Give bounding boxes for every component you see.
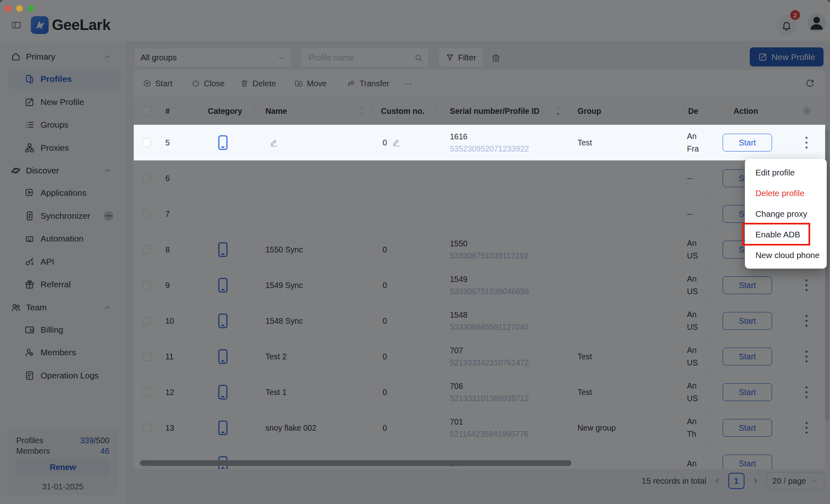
cloud-phone-icon <box>218 135 228 150</box>
menu-item-label: Change proxy <box>755 209 807 219</box>
device-info: AnFra <box>687 130 706 155</box>
edit-name-icon[interactable] <box>270 138 278 147</box>
row-more-actions-icon[interactable] <box>802 135 811 150</box>
dim-overlay <box>0 0 830 504</box>
edit-custom-no-icon[interactable] <box>392 138 401 147</box>
table-row[interactable]: 501616535230952071233922TestAnFraStart <box>134 125 825 160</box>
menu-item-new-cloud-phone[interactable]: New cloud phone <box>745 245 827 265</box>
row-number: 5 <box>165 138 170 147</box>
serial-number: 1616 <box>450 130 529 143</box>
row-checkbox[interactable] <box>143 138 151 147</box>
profile-id: 535230952071233922 <box>450 143 529 155</box>
zoom-window-button[interactable] <box>28 5 34 12</box>
geelark-window: GeeLark 2 PrimaryProfilesNew ProfileGrou… <box>0 0 830 504</box>
minimize-window-button[interactable] <box>16 5 23 12</box>
menu-item-delete-profile[interactable]: Delete profile <box>745 183 827 203</box>
start-button[interactable]: Start <box>723 134 772 152</box>
menu-item-label: Delete profile <box>755 188 804 198</box>
menu-item-change-proxy[interactable]: Change proxy <box>745 203 827 224</box>
menu-item-label: Edit profile <box>755 168 795 177</box>
custom-no: 0 <box>383 138 387 147</box>
menu-item-edit-profile[interactable]: Edit profile <box>745 162 827 183</box>
group-name: Test <box>578 138 592 147</box>
row-context-menu: Edit profileDelete profileChange proxyEn… <box>745 159 827 269</box>
close-window-button[interactable] <box>5 5 11 12</box>
enable-adb-annotation <box>742 223 810 246</box>
menu-item-label: New cloud phone <box>755 250 819 260</box>
window-controls[interactable] <box>5 5 34 12</box>
